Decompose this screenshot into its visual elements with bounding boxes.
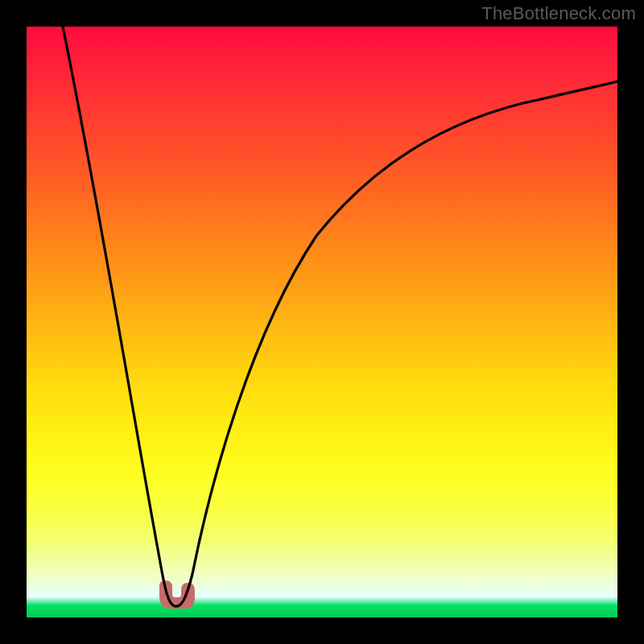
curve-layer [27, 27, 617, 617]
bottleneck-curve [63, 27, 617, 606]
chart-frame: TheBottleneck.com [0, 0, 644, 644]
plot-area [27, 27, 617, 617]
watermark-label: TheBottleneck.com [481, 3, 636, 24]
